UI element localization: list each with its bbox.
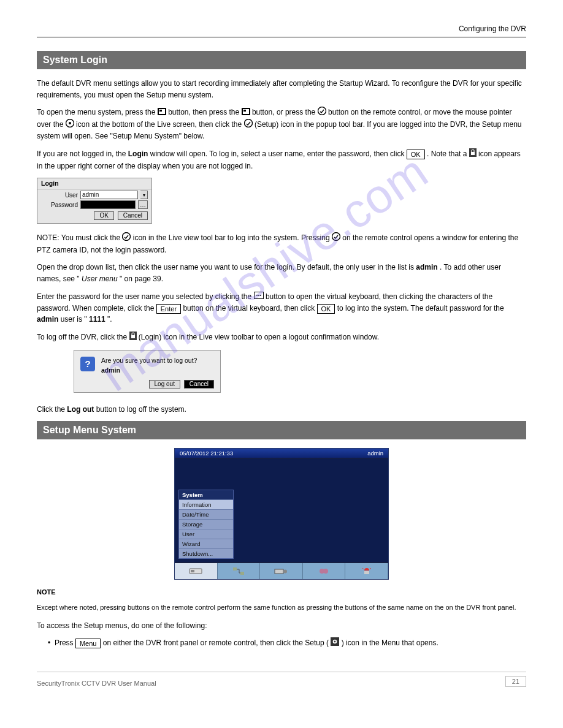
page-number: 21	[505, 676, 526, 687]
login-word: Login	[128, 150, 148, 158]
setup-screenshot: 05/07/2012 21:21:33 admin System Informa…	[174, 448, 389, 580]
login-para3: If you are not logged in, the Login wind…	[37, 148, 526, 172]
text: button to log off the system.	[96, 405, 186, 414]
svg-rect-24	[275, 569, 283, 574]
tab-system-icon[interactable]	[175, 563, 218, 579]
svg-rect-21	[191, 570, 194, 572]
text: ) icon in the Menu that opens.	[342, 639, 439, 647]
svg-point-13	[332, 233, 340, 241]
tab-network-icon[interactable]	[218, 563, 261, 579]
text: To open the menu system, press the	[37, 108, 158, 116]
submenu-item-shutdown[interactable]: Shutdown...	[179, 548, 233, 558]
gear-icon	[331, 637, 339, 650]
default-pw: 1111	[89, 315, 105, 324]
setup-main-area: System Information Date/Time Storage Use…	[175, 458, 388, 563]
text: user is "	[61, 315, 87, 324]
setup-remote-icon-2	[332, 232, 340, 245]
svg-point-27	[323, 569, 328, 574]
login-para6: Enter the password for the user name you…	[37, 291, 526, 325]
svg-point-17	[260, 295, 261, 296]
text: on either the DVR front panel or remote …	[103, 639, 331, 647]
user-menu-ref: User menu	[82, 275, 118, 283]
svg-rect-5	[243, 110, 246, 112]
svg-rect-2	[159, 110, 162, 112]
tab-alarm-icon[interactable]	[345, 563, 388, 579]
lock-icon	[469, 148, 477, 161]
login-para1: The default DVR menu settings allow you …	[37, 78, 526, 100]
login-para8: Click the Log out button to log off the …	[37, 404, 526, 415]
login-para7: To log off the DVR, click the (Login) ic…	[37, 332, 526, 344]
question-icon: ?	[80, 357, 95, 371]
menu-key: Menu	[75, 639, 101, 648]
text: To log off the DVR, click the	[37, 333, 129, 341]
footer-left: SecurityTronix CCTV DVR User Manual	[37, 680, 156, 687]
setup-remote-icon	[318, 107, 326, 119]
password-input[interactable]	[80, 200, 136, 209]
ellipsis-button-icon	[254, 291, 264, 303]
admin-word: admin	[416, 263, 437, 271]
svg-rect-11	[471, 152, 475, 155]
access-bullet-1: • Press Menu on either the DVR front pan…	[48, 637, 526, 650]
enter-button-icon	[242, 107, 250, 119]
logout-dialog: ? Are you sure you want to log out? admi…	[74, 350, 221, 393]
setup-datetime: 05/07/2012 21:21:33	[180, 450, 233, 457]
user-select[interactable]: admin	[80, 191, 138, 199]
text: . Note that a	[427, 150, 469, 158]
setup-titlebar: 05/07/2012 21:21:33 admin	[175, 449, 388, 458]
header-rule	[37, 37, 526, 37]
header-right: Configuring the DVR	[37, 25, 526, 33]
section-setup-title: Setup Menu System	[37, 421, 526, 439]
submenu-item-storage[interactable]: Storage	[179, 519, 233, 529]
submenu-title: System	[179, 490, 233, 499]
text: NOTE: You must click the	[37, 233, 122, 242]
login-ok-button[interactable]: OK	[94, 211, 113, 220]
text: Open the drop down list, then click the …	[37, 263, 416, 271]
svg-rect-23	[240, 572, 244, 575]
svg-point-16	[258, 295, 259, 296]
ok-key: OK	[407, 150, 425, 159]
submenu-item-information[interactable]: Information	[179, 499, 233, 509]
login-cancel-button[interactable]: Cancel	[118, 211, 148, 220]
note-label: NOTE	[37, 588, 526, 596]
login-dialog-title: Login	[37, 178, 151, 190]
text: icon at the bottom of the Live screen, t…	[76, 120, 244, 129]
svg-rect-19	[131, 335, 135, 338]
admin-word-2: admin	[37, 315, 58, 324]
submenu-item-user[interactable]: User	[179, 529, 233, 539]
logout-button[interactable]: Log out	[149, 380, 180, 389]
text: ".	[107, 315, 112, 324]
svg-point-25	[283, 570, 287, 574]
svg-point-9	[244, 119, 252, 127]
page-footer: SecurityTronix CCTV DVR User Manual 21	[37, 672, 526, 687]
tab-camera-icon[interactable]	[260, 563, 303, 579]
setup-icon-tabs	[175, 563, 388, 579]
text: button on the virtual keyboard, then cli…	[183, 304, 316, 313]
text: button, then press the	[168, 108, 241, 116]
submenu-item-wizard[interactable]: Wizard	[179, 539, 233, 548]
svg-point-8	[69, 122, 71, 124]
password-label: Password	[41, 202, 78, 208]
text: (Login) icon in the Live view toolbar to…	[139, 333, 379, 341]
setup-user: admin	[367, 450, 383, 457]
keyboard-button[interactable]: …	[138, 200, 148, 209]
text: If you are not logged in, the	[37, 150, 128, 158]
svg-rect-28	[364, 571, 369, 574]
logout-message: Are you sure you want to log out?	[101, 357, 197, 364]
setup-popup-icon	[244, 119, 253, 131]
toolbar-target-icon	[66, 119, 74, 131]
svg-point-12	[123, 233, 131, 241]
text: " on page 39.	[120, 275, 163, 283]
logout-cancel-button[interactable]: Cancel	[184, 380, 214, 389]
text: to log into the system. The default pass…	[337, 304, 504, 313]
svg-point-33	[334, 641, 336, 643]
submenu-item-datetime[interactable]: Date/Time	[179, 509, 233, 519]
enter-key: Enter	[156, 304, 181, 314]
tab-record-icon[interactable]	[303, 563, 346, 579]
login-dialog: Login User admin ▾ Password … OK Cancel	[37, 178, 152, 224]
user-label: User	[41, 192, 78, 199]
svg-point-6	[318, 107, 326, 115]
logout-word: Log out	[67, 405, 94, 414]
svg-point-15	[256, 295, 258, 296]
svg-rect-22	[233, 567, 237, 571]
user-dropdown-icon[interactable]: ▾	[140, 191, 148, 199]
